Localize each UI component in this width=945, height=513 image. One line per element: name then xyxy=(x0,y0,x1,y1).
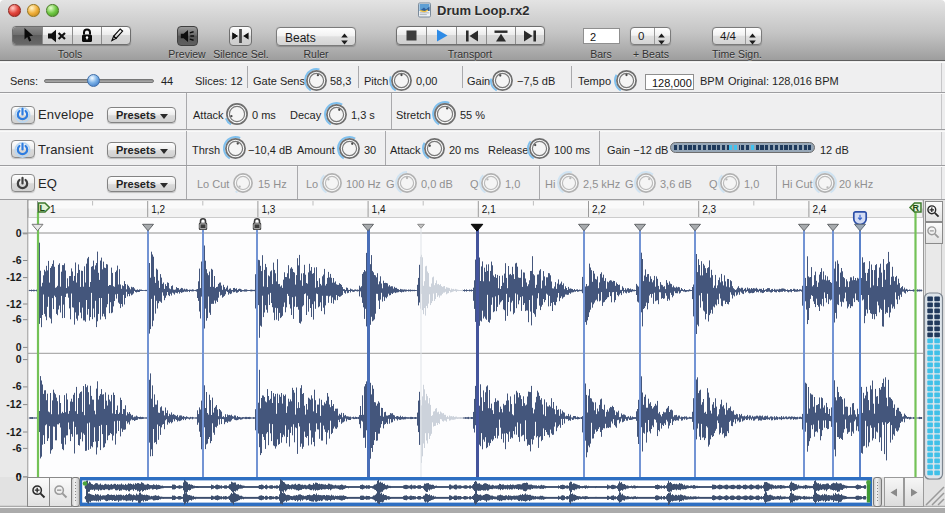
svg-text:0: 0 xyxy=(16,471,22,483)
svg-text:1,2: 1,2 xyxy=(151,204,165,215)
svg-text:-6: -6 xyxy=(12,313,21,325)
svg-text:1,3: 1,3 xyxy=(261,204,275,215)
svg-text:-12: -12 xyxy=(6,271,21,283)
svg-text:0: 0 xyxy=(16,353,22,365)
svg-text:2,4: 2,4 xyxy=(812,204,826,215)
svg-text:-12: -12 xyxy=(6,426,21,438)
svg-text:-12: -12 xyxy=(6,298,21,310)
svg-text:0: 0 xyxy=(16,227,22,239)
svg-text:2,1: 2,1 xyxy=(482,204,496,215)
svg-text:-6: -6 xyxy=(12,254,21,266)
svg-text:2,3: 2,3 xyxy=(702,204,716,215)
svg-text:-12: -12 xyxy=(6,398,21,410)
svg-text:1: 1 xyxy=(50,204,56,215)
svg-text:-6: -6 xyxy=(12,442,21,454)
svg-text:-6: -6 xyxy=(12,380,21,392)
svg-text:0: 0 xyxy=(16,341,22,353)
svg-text:R: R xyxy=(913,203,920,213)
svg-text:L: L xyxy=(40,203,46,213)
svg-text:2,2: 2,2 xyxy=(592,204,606,215)
svg-text:1,4: 1,4 xyxy=(372,204,386,215)
